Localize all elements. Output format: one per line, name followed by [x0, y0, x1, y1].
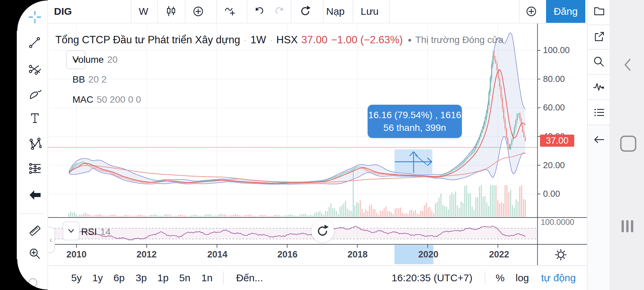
- percent-scale-button[interactable]: %: [496, 266, 505, 290]
- bottom-toolbar: 5y 1y 6p 3p 1p 5n 1n Đến... 16:20:35 (UT…: [47, 265, 610, 290]
- refresh-button[interactable]: [299, 5, 312, 18]
- system-navigation-bar: [610, 0, 644, 290]
- chart-type-candles-button[interactable]: [164, 5, 178, 18]
- market-status: Thị trường Đóng cửa: [415, 35, 503, 45]
- magnet-tool-icon[interactable]: [26, 276, 40, 289]
- range-3p-button[interactable]: 3p: [136, 266, 147, 290]
- interval-button[interactable]: W: [135, 0, 152, 23]
- year-tick-label: 2020: [418, 249, 438, 260]
- ruler-tool-icon[interactable]: [28, 223, 42, 237]
- details-list-icon[interactable]: [592, 106, 606, 119]
- symbol-full-name[interactable]: Tổng CTCP Đầu tư Phát triển Xây dựng: [55, 34, 240, 46]
- log-scale-button[interactable]: log: [516, 266, 529, 290]
- phone-bezel: [0, 0, 17, 290]
- range-1y-button[interactable]: 1y: [92, 266, 103, 290]
- chevron-down-icon: [66, 227, 76, 235]
- legend-rsi[interactable]: RSI 14: [81, 226, 111, 238]
- nav-home-icon[interactable]: [620, 136, 636, 152]
- legend-bb-value: 20 2: [88, 74, 107, 85]
- price-change: −1.00 (−2.63%): [331, 34, 403, 46]
- nav-recents-icon[interactable]: [626, 220, 629, 232]
- undo-button[interactable]: [253, 5, 266, 18]
- market-status-dot: ●: [408, 36, 412, 44]
- title-exchange: HSX: [276, 34, 298, 46]
- legend-rsi-value: 14: [100, 227, 111, 237]
- legend-bb[interactable]: BB 20 2: [72, 74, 107, 85]
- save-layout-button[interactable]: Lưu: [356, 0, 383, 23]
- reload-fab-button[interactable]: [311, 220, 334, 242]
- nav-recents-icon[interactable]: [631, 220, 633, 232]
- reload-icon: [315, 224, 330, 238]
- price-tick-label: 20.00: [543, 160, 565, 171]
- pitchfork-tool-icon[interactable]: [28, 62, 42, 76]
- drawing-panel-collapse-handle[interactable]: ‹: [47, 227, 55, 253]
- nav-recents-icon[interactable]: [622, 220, 624, 232]
- measure-tooltip-line1: 16.16 (79.54%) , 1616: [368, 109, 461, 122]
- price-tick-label: 60.00: [543, 102, 565, 113]
- range-5n-button[interactable]: 5n: [179, 266, 190, 290]
- right-toolbar-lower-bg: [588, 125, 610, 290]
- symbol-button[interactable]: DIG: [54, 0, 88, 23]
- rsi-collapse-button[interactable]: [63, 222, 79, 240]
- year-tick-label: 2018: [347, 249, 368, 260]
- chart-header: Tổng CTCP Đầu tư Phát triển Xây dựng · 1…: [55, 34, 503, 46]
- price-level-dotted-line: [48, 147, 537, 148]
- year-tick-label: 2016: [277, 249, 298, 260]
- indicators-button[interactable]: [223, 5, 237, 18]
- legend-rsi-label: RSI: [81, 227, 97, 237]
- crosshair-tool-icon[interactable]: [28, 10, 42, 24]
- publish-button[interactable]: Đăng: [546, 0, 585, 23]
- xabcd-pattern-tool-icon[interactable]: [28, 136, 42, 150]
- axis-settings-gear-icon[interactable]: [553, 247, 568, 262]
- search-icon[interactable]: [592, 55, 606, 68]
- brush-tool-icon[interactable]: [28, 87, 42, 101]
- legend-mac-value: 50 200 0 0: [97, 94, 141, 105]
- year-tick-label: 2022: [489, 249, 509, 260]
- title-interval[interactable]: 1W: [251, 34, 266, 46]
- measure-tooltip-line2: 56 thanh, 399n: [383, 122, 446, 134]
- legend-volume-label: Volume: [72, 54, 104, 65]
- goto-date-button[interactable]: Đến...: [236, 266, 263, 290]
- title-separator: ·: [270, 35, 273, 45]
- price-tick-label: 80.00: [543, 74, 565, 84]
- range-6p-button[interactable]: 6p: [113, 266, 124, 290]
- sidebar-divider: [20, 213, 44, 214]
- add-button[interactable]: [525, 5, 538, 18]
- load-layout-button[interactable]: Nạp: [322, 0, 349, 23]
- redo-button[interactable]: [272, 5, 286, 18]
- clock-label[interactable]: 16:20:35 (UTC+7): [392, 266, 473, 290]
- projection-tool-icon[interactable]: [28, 162, 42, 175]
- zoom-in-tool-icon[interactable]: [28, 247, 42, 260]
- top-toolbar: DIG W Nạp Lưu Đăng: [47, 0, 587, 23]
- last-price-badge: 37.00: [540, 135, 574, 147]
- hide-drawings-arrow-icon[interactable]: [28, 188, 42, 202]
- price-tick-label: 0.00: [543, 189, 560, 199]
- year-tick-label: 2014: [207, 249, 227, 260]
- range-1p-button[interactable]: 1p: [157, 266, 168, 290]
- last-price: 37.00: [302, 34, 328, 46]
- trend-line-tool-icon[interactable]: [28, 36, 42, 49]
- year-tick-label: 2012: [137, 249, 157, 260]
- year-tick-label: 2010: [66, 249, 87, 260]
- legend-mac[interactable]: MAC 50 200 0 0: [72, 94, 141, 105]
- range-1n-button[interactable]: 1n: [201, 266, 212, 290]
- measure-tooltip: 16.16 (79.54%) , 1616 56 thanh, 399n: [368, 105, 462, 138]
- auto-scale-button[interactable]: tự động: [541, 266, 576, 290]
- text-tool-icon[interactable]: [28, 111, 42, 125]
- pulse-alerts-icon[interactable]: [592, 81, 606, 94]
- legend-volume-value: 20: [107, 54, 117, 65]
- rsi-scale-label: 100.0000: [541, 218, 574, 227]
- legend-volume[interactable]: Volume 20: [72, 54, 118, 65]
- compare-add-icon[interactable]: [192, 5, 205, 18]
- title-separator: ·: [244, 35, 247, 45]
- price-tick-label: 100.00: [543, 45, 570, 55]
- nav-back-icon[interactable]: [621, 58, 634, 72]
- folder-icon[interactable]: [592, 4, 606, 17]
- external-link-icon[interactable]: [592, 30, 606, 44]
- legend-bb-label: BB: [72, 74, 85, 85]
- legend-mac-label: MAC: [72, 94, 93, 105]
- right-toolbar: [587, 0, 610, 290]
- arrow-left-icon[interactable]: [592, 133, 606, 146]
- range-5y-button[interactable]: 5y: [71, 266, 82, 290]
- drawing-toolbar: [17, 0, 48, 290]
